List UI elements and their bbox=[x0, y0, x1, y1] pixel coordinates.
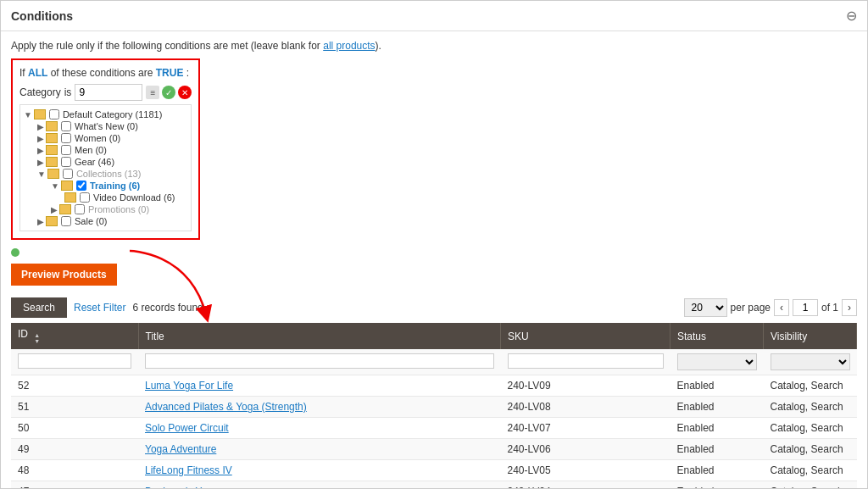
cell-sku: 240-LV06 bbox=[501, 439, 670, 460]
search-button[interactable]: Search bbox=[11, 297, 67, 318]
tree-item: ▶ Sale (0) bbox=[37, 215, 187, 227]
edit-icon[interactable]: ≡ bbox=[146, 86, 159, 99]
cell-visibility: Catalog, Search bbox=[764, 418, 857, 439]
tree-label: Men (0) bbox=[75, 145, 107, 155]
remove-icon[interactable]: ✕ bbox=[178, 86, 192, 99]
sort-icon[interactable]: ▲▼ bbox=[34, 332, 40, 344]
tree-checkbox[interactable] bbox=[80, 192, 90, 203]
tree-label: Video Download (6) bbox=[93, 192, 175, 203]
all-products-link[interactable]: all products bbox=[323, 40, 375, 52]
cell-visibility: Catalog, Search bbox=[764, 375, 857, 397]
page-input[interactable] bbox=[793, 299, 818, 316]
tree-checkbox[interactable] bbox=[61, 145, 71, 155]
product-link[interactable]: Solo Power Circuit bbox=[145, 422, 229, 434]
tree-expand-icon[interactable]: ▶ bbox=[37, 146, 44, 155]
prev-page-button[interactable]: ‹ bbox=[774, 299, 789, 316]
tree-checkbox[interactable] bbox=[49, 109, 59, 119]
cell-id: 50 bbox=[11, 418, 138, 439]
tree-item: ▼ Training (6) bbox=[51, 180, 187, 192]
th-id: ID ▲▼ bbox=[11, 323, 138, 349]
tree-expand-icon[interactable]: ▶ bbox=[37, 217, 44, 226]
cell-id: 48 bbox=[11, 460, 138, 481]
filter-sku bbox=[501, 349, 670, 375]
th-visibility: Visibility bbox=[764, 323, 857, 349]
filter-status: Enabled Disabled bbox=[670, 349, 764, 375]
confirm-icon[interactable]: ✓ bbox=[162, 86, 175, 99]
tree-checkbox[interactable] bbox=[63, 169, 73, 179]
filter-visibility: Catalog, Search Catalog Search Not Visib… bbox=[764, 349, 857, 375]
cell-title: Beginner's Yoga bbox=[138, 481, 501, 489]
conditions-header: If ALL of these conditions are TRUE : bbox=[19, 67, 192, 79]
folder-icon bbox=[46, 133, 58, 143]
tree-expand-icon[interactable]: ▼ bbox=[24, 110, 32, 119]
collapse-icon[interactable]: ⊖ bbox=[846, 8, 857, 24]
cell-status: Enabled bbox=[670, 439, 764, 460]
cell-title: LifeLong Fitness IV bbox=[138, 460, 501, 481]
filter-visibility-select[interactable]: Catalog, Search Catalog Search Not Visib… bbox=[771, 353, 850, 370]
filter-status-select[interactable]: Enabled Disabled bbox=[677, 353, 757, 370]
page-content: Apply the rule only if the following con… bbox=[1, 31, 867, 488]
tree-expand-icon[interactable]: ▶ bbox=[37, 134, 44, 143]
cell-id: 47 bbox=[11, 481, 138, 489]
page-header: Conditions ⊖ bbox=[1, 1, 867, 31]
table-row: 51 Advanced Pilates & Yoga (Strength) 24… bbox=[11, 397, 857, 418]
folder-icon bbox=[64, 192, 76, 203]
tree-checkbox[interactable] bbox=[61, 133, 71, 143]
filter-title-input[interactable] bbox=[145, 353, 494, 369]
reset-filter-button[interactable]: Reset Filter bbox=[74, 302, 125, 314]
filter-id-input[interactable] bbox=[18, 353, 131, 369]
tree-item: ▶ Men (0) bbox=[37, 144, 187, 156]
condition-value-input[interactable] bbox=[75, 84, 142, 101]
tree-label: Women (0) bbox=[75, 133, 120, 143]
tree-checkbox[interactable] bbox=[61, 121, 71, 131]
pagination: 20 30 50 100 per page ‹ of 1 › bbox=[684, 298, 857, 317]
instruction-text: Apply the rule only if the following con… bbox=[11, 40, 857, 52]
records-found: 6 records found bbox=[132, 302, 203, 314]
page-of: of 1 bbox=[821, 302, 838, 314]
folder-icon bbox=[46, 157, 58, 167]
cell-sku: 240-LV08 bbox=[501, 397, 670, 418]
product-link[interactable]: LifeLong Fitness IV bbox=[145, 464, 232, 476]
tree-checkbox[interactable] bbox=[75, 204, 85, 214]
category-label: Category bbox=[19, 86, 61, 98]
tree-container: ▼ Default Category (1181) ▶ What's New (… bbox=[19, 104, 192, 231]
tree-checkbox[interactable] bbox=[76, 181, 86, 191]
condition-row: Category is ≡ ✓ ✕ bbox=[19, 84, 192, 101]
tree-expand-icon[interactable]: ▶ bbox=[37, 158, 44, 167]
tree-expand-icon[interactable]: ▼ bbox=[37, 169, 46, 179]
condition-icons: ≡ ✓ ✕ bbox=[146, 86, 192, 99]
per-page-label: per page bbox=[731, 302, 771, 314]
tree-expand-icon[interactable]: ▼ bbox=[51, 181, 59, 191]
product-link[interactable]: Luma Yoga For Life bbox=[145, 380, 233, 392]
cell-title: Luma Yoga For Life bbox=[138, 375, 501, 397]
product-link[interactable]: Yoga Adventure bbox=[145, 443, 216, 455]
tree-label: What's New (0) bbox=[75, 121, 138, 131]
cell-visibility: Catalog, Search bbox=[764, 460, 857, 481]
tree-expand-icon[interactable]: ▶ bbox=[37, 122, 44, 131]
cell-id: 51 bbox=[11, 397, 138, 418]
product-link[interactable]: Beginner's Yoga bbox=[145, 486, 218, 488]
table-row: 49 Yoga Adventure 240-LV06 Enabled Catal… bbox=[11, 439, 857, 460]
tree-label: Default Category (1181) bbox=[63, 109, 162, 119]
next-page-button[interactable]: › bbox=[842, 299, 857, 316]
folder-icon bbox=[34, 109, 46, 119]
tree-item: ▶ Gear (46) bbox=[37, 156, 187, 168]
cell-id: 49 bbox=[11, 439, 138, 460]
tree-checkbox[interactable] bbox=[61, 216, 71, 226]
tree-label: Collections (13) bbox=[76, 169, 141, 179]
tree-label: Gear (46) bbox=[75, 157, 114, 167]
cell-status: Enabled bbox=[670, 418, 764, 439]
tree-item: ▶ Women (0) bbox=[37, 132, 187, 144]
all-label[interactable]: ALL bbox=[28, 67, 47, 79]
product-link[interactable]: Advanced Pilates & Yoga (Strength) bbox=[145, 401, 307, 413]
true-label[interactable]: TRUE bbox=[156, 67, 184, 79]
filter-sku-input[interactable] bbox=[508, 353, 664, 369]
per-page-select[interactable]: 20 30 50 100 bbox=[684, 298, 727, 317]
tree-checkbox[interactable] bbox=[61, 157, 71, 167]
tree-expand-icon[interactable]: ▶ bbox=[51, 205, 58, 214]
th-title: Title bbox=[138, 323, 501, 349]
page-title: Conditions bbox=[11, 9, 73, 23]
tree-item: Video Download (6) bbox=[64, 192, 187, 203]
preview-products-button[interactable]: Preview Products bbox=[11, 264, 117, 286]
cell-sku: 240-LV04 bbox=[501, 481, 670, 489]
